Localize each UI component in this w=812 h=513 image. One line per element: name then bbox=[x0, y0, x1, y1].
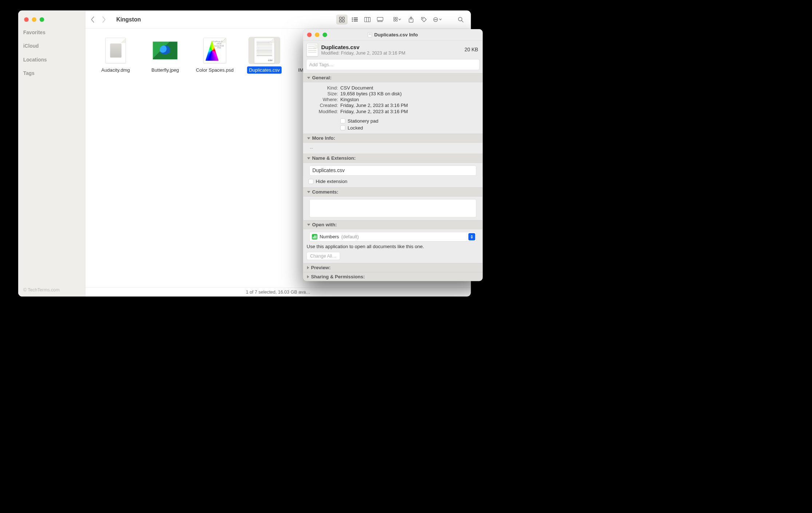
select-arrows-icon bbox=[468, 233, 475, 240]
svg-rect-15 bbox=[380, 21, 381, 22]
forward-button[interactable] bbox=[99, 15, 109, 25]
section-moreinfo-body: -- bbox=[303, 143, 483, 154]
sidebar-group-locations[interactable]: Locations bbox=[18, 49, 85, 63]
info-window: Duplicates.csv Info Duplicates.csv Modif… bbox=[303, 29, 483, 281]
info-filename: Duplicates.csv bbox=[321, 44, 462, 51]
watermark: © TechTerms.com bbox=[23, 287, 60, 292]
locked-checkbox[interactable]: Locked bbox=[340, 125, 477, 131]
chevron-down-icon bbox=[307, 224, 310, 226]
chevron-down-icon bbox=[307, 157, 310, 159]
svg-rect-17 bbox=[393, 17, 395, 19]
column-view-button[interactable] bbox=[362, 15, 373, 25]
section-openwith-header[interactable]: Open with: bbox=[303, 220, 483, 229]
svg-line-29 bbox=[462, 20, 463, 22]
comments-input[interactable] bbox=[309, 199, 476, 218]
document-icon bbox=[368, 32, 372, 37]
file-icon: csv bbox=[249, 37, 281, 64]
search-button[interactable] bbox=[455, 15, 466, 25]
svg-rect-13 bbox=[377, 17, 383, 20]
section-comments-header[interactable]: Comments: bbox=[303, 187, 483, 196]
file-label: Duplicates.csv bbox=[247, 67, 282, 74]
info-titlebar: Duplicates.csv Info bbox=[303, 29, 483, 40]
svg-point-26 bbox=[435, 19, 436, 20]
view-switcher bbox=[336, 15, 386, 25]
chevron-right-icon bbox=[307, 275, 309, 278]
open-with-select[interactable]: Numbers (default) bbox=[309, 232, 476, 242]
svg-rect-5 bbox=[354, 17, 358, 18]
info-size-short: 20 KB bbox=[464, 47, 478, 53]
kind-value: CSV Document bbox=[340, 85, 477, 91]
svg-rect-7 bbox=[354, 19, 358, 20]
window-controls bbox=[18, 16, 85, 22]
svg-rect-14 bbox=[378, 21, 379, 22]
modified-value: Friday, June 2, 2023 at 3:16 PM bbox=[340, 109, 477, 114]
svg-point-8 bbox=[352, 21, 353, 22]
created-value: Friday, June 2, 2023 at 3:16 PM bbox=[340, 103, 477, 108]
svg-rect-1 bbox=[342, 17, 345, 19]
file-icon bbox=[149, 37, 181, 64]
section-moreinfo-header[interactable]: More Info: bbox=[303, 134, 483, 143]
list-view-button[interactable] bbox=[349, 15, 360, 25]
svg-rect-20 bbox=[396, 19, 397, 21]
svg-point-4 bbox=[352, 17, 353, 19]
file-item[interactable]: Audacity.dmg bbox=[92, 37, 139, 73]
minimize-button[interactable] bbox=[32, 17, 37, 22]
svg-point-27 bbox=[436, 19, 437, 20]
back-button[interactable] bbox=[88, 15, 98, 25]
section-general-header[interactable]: General: bbox=[303, 73, 483, 82]
sidebar-group-favorites[interactable]: Favorites bbox=[18, 22, 85, 36]
info-modified-header: Modified: Friday, June 2, 2023 at 3:16 P… bbox=[321, 50, 462, 55]
svg-rect-9 bbox=[354, 21, 358, 21]
file-label: Butterfly.jpeg bbox=[150, 67, 181, 74]
file-icon bbox=[100, 37, 132, 64]
sidebar-group-tags[interactable]: Tags bbox=[18, 63, 85, 77]
section-sharing-header[interactable]: Sharing & Permissions: bbox=[303, 272, 483, 281]
file-label: Audacity.dmg bbox=[99, 67, 132, 74]
zoom-button[interactable] bbox=[40, 17, 44, 22]
icon-view-button[interactable] bbox=[336, 15, 348, 25]
file-item-selected[interactable]: csv Duplicates.csv bbox=[241, 37, 288, 73]
file-label: Color Spaces.psd bbox=[194, 67, 235, 74]
hide-extension-checkbox[interactable]: Hide extension bbox=[309, 179, 478, 184]
svg-rect-3 bbox=[342, 20, 345, 22]
action-menu-button[interactable] bbox=[431, 15, 445, 25]
gallery-view-button[interactable] bbox=[375, 15, 386, 25]
numbers-app-icon bbox=[312, 234, 317, 239]
chevron-down-icon bbox=[307, 137, 310, 139]
stationery-checkbox[interactable]: Stationery pad bbox=[340, 118, 477, 124]
finder-sidebar: Favorites iCloud Locations Tags © TechTe… bbox=[18, 11, 85, 297]
share-button[interactable] bbox=[405, 15, 417, 25]
finder-toolbar: Kingston bbox=[85, 11, 471, 29]
status-bar: 1 of 7 selected, 16.03 GB ava… bbox=[85, 287, 471, 297]
tags-button[interactable] bbox=[418, 15, 429, 25]
group-by-button[interactable] bbox=[391, 15, 404, 25]
info-window-title: Duplicates.csv Info bbox=[303, 32, 483, 37]
change-all-button[interactable]: Change All… bbox=[307, 252, 340, 260]
section-general-body: Kind:CSV Document Size:19,658 bytes (33 … bbox=[303, 82, 483, 134]
svg-rect-19 bbox=[393, 19, 395, 21]
file-item[interactable]: Butterfly.jpeg bbox=[141, 37, 189, 73]
svg-rect-10 bbox=[364, 17, 370, 22]
chevron-down-icon bbox=[307, 77, 310, 79]
chevron-right-icon bbox=[307, 266, 309, 269]
chevron-down-icon bbox=[307, 191, 310, 193]
filename-input[interactable]: Duplicates.csv bbox=[309, 166, 476, 176]
open-with-hint: Use this application to open all documen… bbox=[303, 242, 483, 252]
svg-point-25 bbox=[434, 19, 435, 20]
toolbar-actions bbox=[391, 15, 467, 25]
tags-input[interactable]: Add Tags… bbox=[306, 59, 479, 70]
svg-rect-16 bbox=[381, 21, 383, 22]
where-value: Kingston bbox=[340, 97, 477, 102]
section-nameext-header[interactable]: Name & Extension: bbox=[303, 154, 483, 163]
close-button[interactable] bbox=[24, 17, 29, 22]
document-icon bbox=[307, 43, 318, 56]
svg-rect-0 bbox=[340, 17, 342, 19]
svg-rect-18 bbox=[396, 17, 397, 19]
window-title: Kingston bbox=[116, 16, 141, 23]
section-preview-header[interactable]: Preview: bbox=[303, 263, 483, 272]
file-item[interactable]: ProPhoto RGBsRGBAdobe RGB.PSD Color Spac… bbox=[191, 37, 238, 73]
size-value: 19,658 bytes (33 KB on disk) bbox=[340, 91, 477, 96]
file-icon: ProPhoto RGBsRGBAdobe RGB.PSD bbox=[199, 37, 231, 64]
info-header: Duplicates.csv Modified: Friday, June 2,… bbox=[303, 40, 483, 59]
sidebar-group-icloud[interactable]: iCloud bbox=[18, 36, 85, 49]
